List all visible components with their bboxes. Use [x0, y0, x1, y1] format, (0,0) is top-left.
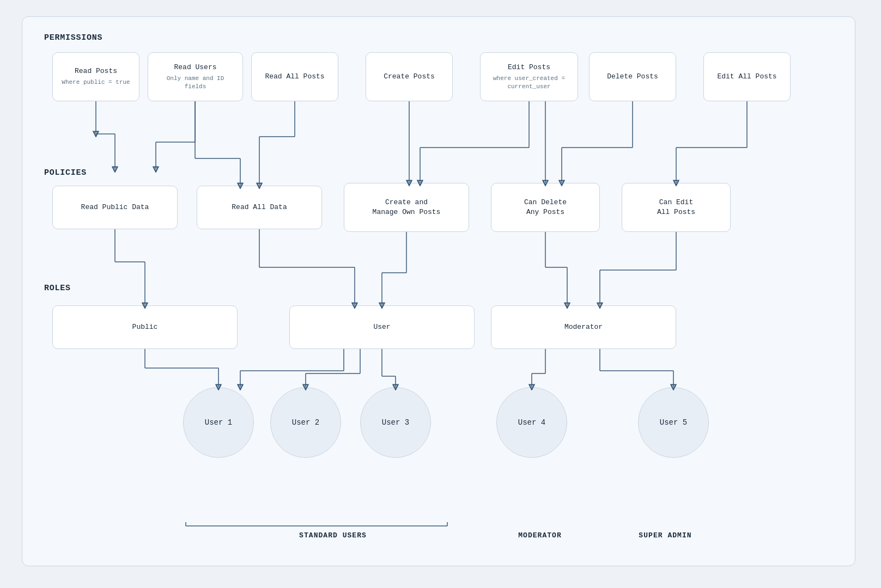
policy-card-read-all: Read All Data [197, 186, 322, 229]
perm-card-create-posts: Create Posts [366, 52, 453, 101]
user-node-3: User 3 [360, 387, 431, 458]
user-node-2: User 2 [270, 387, 341, 458]
standard-users-label: STANDARD USERS [229, 531, 436, 540]
policies-label: POLICIES [44, 168, 87, 177]
perm-card-read-users: Read Users Only name and ID fields [148, 52, 243, 101]
role-card-public: Public [52, 305, 238, 349]
perm-card-edit-all-posts: Edit All Posts [703, 52, 791, 101]
role-card-user: User [289, 305, 475, 349]
policy-card-read-public: Read Public Data [52, 186, 178, 229]
user-node-4: User 4 [496, 387, 567, 458]
perm-card-delete-posts: Delete Posts [589, 52, 676, 101]
perm-card-read-all-posts: Read All Posts [251, 52, 338, 101]
permissions-label: PERMISSIONS [44, 33, 102, 42]
policy-card-edit-all: Can Edit All Posts [622, 183, 731, 232]
main-container: PERMISSIONS POLICIES ROLES Read Posts Wh… [0, 0, 881, 588]
perm-card-read-posts: Read Posts Where public = true [52, 52, 139, 101]
policy-card-delete: Can Delete Any Posts [491, 183, 600, 232]
policy-card-create-manage: Create and Manage Own Posts [344, 183, 469, 232]
roles-label: ROLES [44, 284, 71, 293]
diagram-wrapper: PERMISSIONS POLICIES ROLES Read Posts Wh… [22, 16, 855, 566]
super-admin-label: SUPER ADMIN [622, 531, 709, 540]
perm-card-edit-posts: Edit Posts where user_created = current_… [480, 52, 578, 101]
role-card-moderator: Moderator [491, 305, 676, 349]
moderator-bottom-label: MODERATOR [496, 531, 584, 540]
user-node-5: User 5 [638, 387, 709, 458]
user-node-1: User 1 [183, 387, 254, 458]
